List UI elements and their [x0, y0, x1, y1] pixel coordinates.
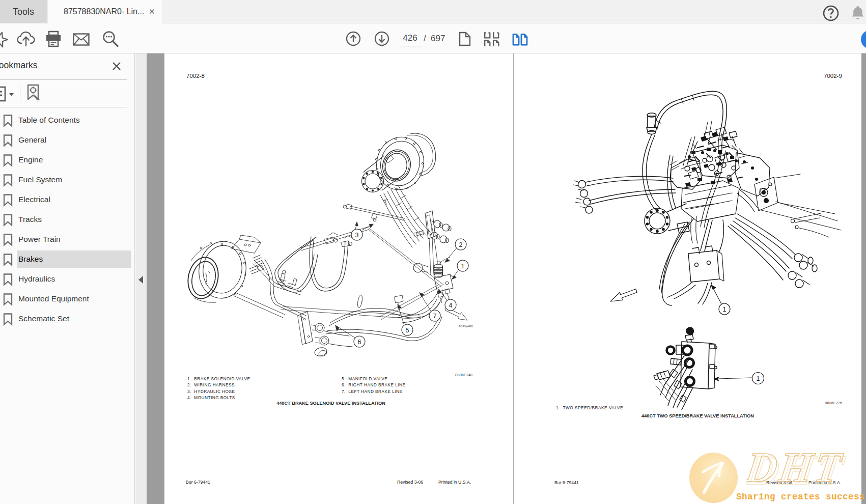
svg-text:1: 1 — [757, 375, 760, 382]
svg-text:1: 1 — [723, 306, 727, 313]
